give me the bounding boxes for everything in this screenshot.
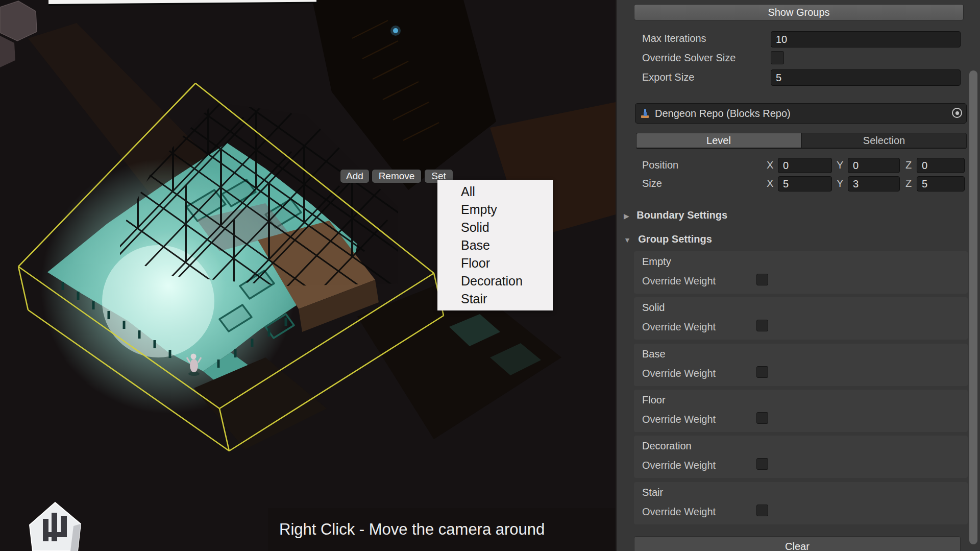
axis-y-label: Y <box>837 159 843 171</box>
override-solver-size-checkbox[interactable] <box>771 51 784 64</box>
axis-z-label: Z <box>905 178 912 189</box>
group-name: Decoration <box>642 440 692 452</box>
show-groups-button[interactable]: Show Groups <box>634 4 964 20</box>
camera-hint-overlay: Right Click - Move the camera around <box>268 508 616 551</box>
max-iterations-label: Max Iterations <box>642 33 706 44</box>
position-z-field[interactable]: 0 <box>917 158 965 173</box>
menu-item-solid[interactable]: Solid <box>437 219 553 236</box>
object-picker-icon[interactable] <box>952 108 962 118</box>
repo-object-field[interactable]: Dengeon Repo (Blocks Repo) <box>635 103 967 124</box>
scene-viewport[interactable]: Add Remove Set All Empty Solid Base Floo… <box>0 0 616 551</box>
tab-level[interactable]: Level <box>636 133 801 148</box>
group-name: Base <box>642 348 666 360</box>
override-weight-label: Override Weight <box>642 460 716 471</box>
group-section-solid: Solid Override Weight <box>634 297 968 340</box>
chevron-right-icon: ▶ <box>624 212 629 220</box>
menu-item-empty[interactable]: Empty <box>437 201 553 219</box>
group-name: Floor <box>642 394 666 406</box>
tab-selection[interactable]: Selection <box>802 133 966 148</box>
axis-z-label: Z <box>905 159 912 171</box>
group-section-base: Base Override Weight <box>634 344 968 386</box>
menu-item-base[interactable]: Base <box>437 236 553 254</box>
boundary-settings-foldout[interactable]: ▶ Boundary Settings <box>624 209 727 221</box>
override-weight-checkbox[interactable] <box>756 505 768 516</box>
override-weight-checkbox[interactable] <box>756 320 768 331</box>
mode-tabbar: Level Selection <box>636 133 967 149</box>
override-weight-checkbox[interactable] <box>756 458 768 470</box>
set-context-menu: All Empty Solid Base Floor Decoration St… <box>437 180 553 310</box>
override-weight-checkbox[interactable] <box>756 412 768 424</box>
position-x-field[interactable]: 0 <box>778 158 832 173</box>
export-size-field[interactable]: 5 <box>771 69 961 86</box>
group-settings-foldout[interactable]: ▼ Group Settings <box>624 233 712 245</box>
remove-button[interactable]: Remove <box>372 170 421 183</box>
override-weight-label: Override Weight <box>642 321 716 333</box>
menu-item-floor[interactable]: Floor <box>437 254 553 272</box>
blue-glint <box>390 26 401 36</box>
group-name: Empty <box>642 256 671 268</box>
export-size-label: Export Size <box>642 71 694 83</box>
override-weight-checkbox[interactable] <box>756 274 768 285</box>
chevron-down-icon: ▼ <box>624 236 631 244</box>
panel-scrollbar-thumb[interactable] <box>969 70 977 544</box>
axis-x-label: X <box>767 159 773 171</box>
boundary-settings-label: Boundary Settings <box>636 209 727 221</box>
axis-y-label: Y <box>837 178 843 189</box>
position-y-field[interactable]: 0 <box>848 158 900 173</box>
override-weight-checkbox[interactable] <box>756 366 768 378</box>
axis-x-label: X <box>767 178 773 189</box>
override-weight-label: Override Weight <box>642 414 716 425</box>
group-name: Stair <box>642 487 663 498</box>
size-label: Size <box>642 178 662 189</box>
size-z-field[interactable]: 5 <box>917 176 965 191</box>
group-section-empty: Empty Override Weight <box>634 251 968 294</box>
size-y-field[interactable]: 3 <box>848 176 900 191</box>
override-weight-label: Override Weight <box>642 275 716 287</box>
max-iterations-field[interactable]: 10 <box>771 31 961 47</box>
group-section-floor: Floor Override Weight <box>634 390 968 432</box>
clear-button[interactable]: Clear <box>634 536 961 551</box>
group-name: Solid <box>642 302 665 314</box>
inspector-panel: Show Groups Max Iterations 10 Override S… <box>616 0 980 551</box>
menu-item-decoration[interactable]: Decoration <box>437 272 553 290</box>
add-button[interactable]: Add <box>340 170 369 183</box>
camera-hint-text: Right Click - Move the camera around <box>279 520 545 539</box>
menu-item-stair[interactable]: Stair <box>437 290 553 308</box>
group-settings-label: Group Settings <box>638 233 712 245</box>
asset-icon <box>640 108 651 119</box>
group-section-decoration: Decoration Override Weight <box>634 436 968 478</box>
override-solver-size-label: Override Solver Size <box>642 52 736 64</box>
size-x-field[interactable]: 5 <box>778 176 832 191</box>
position-label: Position <box>642 159 678 171</box>
override-weight-label: Override Weight <box>642 506 716 518</box>
repo-field-label: Dengeon Repo (Blocks Repo) <box>655 108 791 119</box>
override-weight-label: Override Weight <box>642 368 716 379</box>
menu-item-all[interactable]: All <box>437 183 553 201</box>
group-section-stair: Stair Override Weight <box>634 482 968 524</box>
